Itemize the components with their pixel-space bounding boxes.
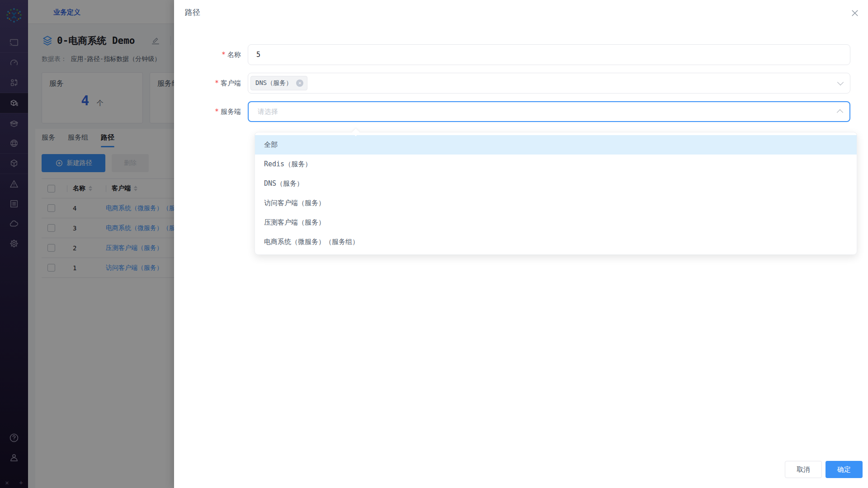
required-asterisk: *	[222, 51, 226, 59]
option-dns[interactable]: DNS（服务）	[255, 174, 857, 193]
form-row-server: *服务端 请选择	[174, 101, 868, 122]
option-access-client[interactable]: 访问客户端（服务）	[255, 193, 857, 213]
selected-tag: DNS（服务） ✕	[250, 76, 307, 90]
select-placeholder: 请选择	[258, 108, 278, 116]
chevron-up-icon	[837, 109, 843, 116]
name-label: 名称	[227, 51, 241, 59]
confirm-button[interactable]: 确定	[826, 461, 863, 478]
option-all[interactable]: 全部	[255, 135, 857, 155]
close-icon	[850, 9, 859, 18]
server-label: 服务端	[221, 108, 241, 116]
option-stress-client[interactable]: 压测客户端（服务）	[255, 213, 857, 232]
client-label: 客户端	[221, 79, 241, 87]
tag-remove-icon[interactable]: ✕	[296, 80, 303, 87]
form-row-client: *客户端 DNS（服务） ✕	[174, 73, 868, 94]
name-input[interactable]	[248, 45, 850, 65]
server-select-dropdown: 全部 Redis（服务） DNS（服务） 访问客户端（服务） 压测客户端（服务）…	[255, 132, 857, 255]
cancel-button[interactable]: 取消	[785, 461, 822, 478]
option-redis[interactable]: Redis（服务）	[255, 155, 857, 174]
path-form: *名称 *客户端 DNS（服务） ✕ *服务端 请选择	[174, 44, 868, 130]
required-asterisk: *	[215, 79, 219, 87]
drawer-title: 路径	[185, 7, 200, 18]
form-row-name: *名称	[174, 44, 868, 65]
drawer-close-button[interactable]	[850, 8, 860, 18]
server-select[interactable]: 请选择	[248, 101, 850, 122]
option-ecommerce-group[interactable]: 电商系统（微服务）（服务组）	[255, 232, 857, 252]
path-drawer: 路径 *名称 *客户端 DNS（服务） ✕ *服务端 请选	[174, 0, 868, 488]
client-select[interactable]: DNS（服务） ✕	[248, 73, 850, 94]
drawer-footer: 取消 确定	[785, 461, 863, 478]
chevron-down-icon	[837, 79, 844, 85]
required-asterisk: *	[215, 108, 219, 116]
